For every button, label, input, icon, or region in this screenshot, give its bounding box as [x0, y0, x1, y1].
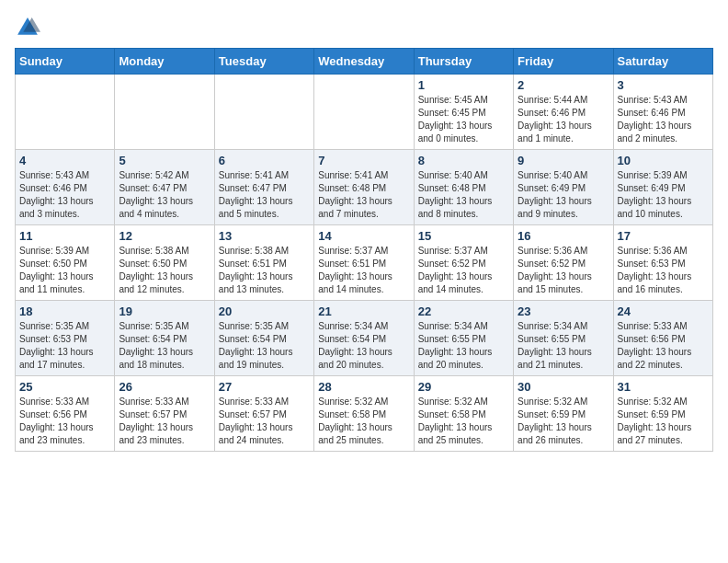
day-number: 21	[318, 304, 409, 318]
calendar-cell: 7Sunrise: 5:41 AM Sunset: 6:48 PM Daylig…	[314, 150, 414, 225]
day-number: 1	[418, 78, 509, 92]
calendar-cell: 1Sunrise: 5:45 AM Sunset: 6:45 PM Daylig…	[414, 75, 513, 150]
weekday-header: Wednesday	[314, 49, 414, 75]
day-info: Sunrise: 5:33 AM Sunset: 6:57 PM Dayligh…	[119, 396, 210, 447]
day-info: Sunrise: 5:39 AM Sunset: 6:49 PM Dayligh…	[618, 169, 709, 221]
calendar-cell: 16Sunrise: 5:36 AM Sunset: 6:52 PM Dayli…	[514, 225, 613, 301]
day-number: 23	[518, 304, 609, 318]
day-number: 18	[19, 304, 110, 318]
calendar-cell: 8Sunrise: 5:40 AM Sunset: 6:48 PM Daylig…	[414, 150, 513, 225]
day-number: 9	[518, 154, 609, 167]
day-number: 25	[19, 380, 110, 394]
day-info: Sunrise: 5:40 AM Sunset: 6:48 PM Dayligh…	[418, 169, 509, 221]
day-info: Sunrise: 5:40 AM Sunset: 6:49 PM Dayligh…	[518, 169, 609, 221]
day-info: Sunrise: 5:33 AM Sunset: 6:57 PM Dayligh…	[219, 396, 310, 447]
calendar-cell: 24Sunrise: 5:33 AM Sunset: 6:56 PM Dayli…	[613, 301, 712, 376]
calendar-week-row: 4Sunrise: 5:43 AM Sunset: 6:46 PM Daylig…	[16, 150, 713, 225]
day-number: 31	[618, 380, 709, 394]
calendar-cell: 18Sunrise: 5:35 AM Sunset: 6:53 PM Dayli…	[16, 301, 115, 376]
day-number: 29	[418, 380, 509, 394]
day-info: Sunrise: 5:41 AM Sunset: 6:47 PM Dayligh…	[219, 169, 310, 221]
day-info: Sunrise: 5:38 AM Sunset: 6:51 PM Dayligh…	[219, 245, 310, 296]
calendar-cell: 6Sunrise: 5:41 AM Sunset: 6:47 PM Daylig…	[214, 150, 313, 225]
calendar-cell: 11Sunrise: 5:39 AM Sunset: 6:50 PM Dayli…	[16, 225, 115, 301]
calendar-cell: 31Sunrise: 5:32 AM Sunset: 6:59 PM Dayli…	[613, 376, 712, 452]
day-number: 6	[219, 154, 310, 167]
weekday-header: Thursday	[414, 49, 513, 75]
day-info: Sunrise: 5:34 AM Sunset: 6:55 PM Dayligh…	[518, 320, 609, 372]
day-number: 22	[418, 304, 509, 318]
calendar-cell: 4Sunrise: 5:43 AM Sunset: 6:46 PM Daylig…	[16, 150, 115, 225]
calendar-cell: 29Sunrise: 5:32 AM Sunset: 6:58 PM Dayli…	[414, 376, 513, 452]
day-info: Sunrise: 5:35 AM Sunset: 6:54 PM Dayligh…	[119, 320, 210, 372]
day-info: Sunrise: 5:42 AM Sunset: 6:47 PM Dayligh…	[119, 169, 210, 221]
day-info: Sunrise: 5:37 AM Sunset: 6:51 PM Dayligh…	[318, 245, 409, 296]
day-number: 19	[119, 304, 210, 318]
weekday-header: Saturday	[613, 49, 712, 75]
day-info: Sunrise: 5:32 AM Sunset: 6:58 PM Dayligh…	[318, 396, 409, 447]
page-header	[15, 15, 713, 40]
day-number: 28	[318, 380, 409, 394]
day-info: Sunrise: 5:41 AM Sunset: 6:48 PM Dayligh…	[318, 169, 409, 221]
day-number: 4	[19, 154, 110, 167]
day-number: 11	[19, 229, 110, 243]
calendar-cell	[16, 75, 115, 150]
day-number: 2	[518, 78, 609, 92]
day-info: Sunrise: 5:39 AM Sunset: 6:50 PM Dayligh…	[19, 245, 110, 296]
day-number: 5	[119, 154, 210, 167]
day-number: 20	[219, 304, 310, 318]
day-info: Sunrise: 5:44 AM Sunset: 6:46 PM Dayligh…	[518, 94, 609, 145]
calendar-cell: 20Sunrise: 5:35 AM Sunset: 6:54 PM Dayli…	[214, 301, 313, 376]
day-info: Sunrise: 5:35 AM Sunset: 6:54 PM Dayligh…	[219, 320, 310, 372]
day-number: 13	[219, 229, 310, 243]
day-number: 10	[618, 154, 709, 167]
calendar-cell: 15Sunrise: 5:37 AM Sunset: 6:52 PM Dayli…	[414, 225, 513, 301]
calendar-header-row: SundayMondayTuesdayWednesdayThursdayFrid…	[16, 49, 713, 75]
calendar-cell: 3Sunrise: 5:43 AM Sunset: 6:46 PM Daylig…	[613, 75, 712, 150]
calendar-cell: 23Sunrise: 5:34 AM Sunset: 6:55 PM Dayli…	[514, 301, 613, 376]
calendar-cell: 2Sunrise: 5:44 AM Sunset: 6:46 PM Daylig…	[514, 75, 613, 150]
weekday-header: Friday	[514, 49, 613, 75]
weekday-header: Monday	[115, 49, 214, 75]
calendar-week-row: 18Sunrise: 5:35 AM Sunset: 6:53 PM Dayli…	[16, 301, 713, 376]
day-info: Sunrise: 5:34 AM Sunset: 6:54 PM Dayligh…	[318, 320, 409, 372]
calendar-cell: 30Sunrise: 5:32 AM Sunset: 6:59 PM Dayli…	[514, 376, 613, 452]
day-info: Sunrise: 5:32 AM Sunset: 6:59 PM Dayligh…	[518, 396, 609, 447]
day-number: 8	[418, 154, 509, 167]
day-number: 15	[418, 229, 509, 243]
day-number: 7	[318, 154, 409, 167]
logo-icon	[15, 15, 40, 40]
weekday-header: Sunday	[16, 49, 115, 75]
day-number: 24	[618, 304, 709, 318]
day-info: Sunrise: 5:36 AM Sunset: 6:52 PM Dayligh…	[518, 245, 609, 296]
day-number: 12	[119, 229, 210, 243]
day-number: 17	[618, 229, 709, 243]
calendar-cell: 14Sunrise: 5:37 AM Sunset: 6:51 PM Dayli…	[314, 225, 414, 301]
day-info: Sunrise: 5:32 AM Sunset: 6:59 PM Dayligh…	[618, 396, 709, 447]
calendar-cell: 27Sunrise: 5:33 AM Sunset: 6:57 PM Dayli…	[214, 376, 313, 452]
day-number: 14	[318, 229, 409, 243]
day-info: Sunrise: 5:45 AM Sunset: 6:45 PM Dayligh…	[418, 94, 509, 145]
day-info: Sunrise: 5:37 AM Sunset: 6:52 PM Dayligh…	[418, 245, 509, 296]
calendar-week-row: 1Sunrise: 5:45 AM Sunset: 6:45 PM Daylig…	[16, 75, 713, 150]
day-info: Sunrise: 5:36 AM Sunset: 6:53 PM Dayligh…	[618, 245, 709, 296]
logo	[15, 15, 44, 40]
day-info: Sunrise: 5:34 AM Sunset: 6:55 PM Dayligh…	[418, 320, 509, 372]
day-number: 30	[518, 380, 609, 394]
day-info: Sunrise: 5:38 AM Sunset: 6:50 PM Dayligh…	[119, 245, 210, 296]
calendar-cell: 22Sunrise: 5:34 AM Sunset: 6:55 PM Dayli…	[414, 301, 513, 376]
day-info: Sunrise: 5:43 AM Sunset: 6:46 PM Dayligh…	[618, 94, 709, 145]
calendar-cell	[115, 75, 214, 150]
calendar-cell	[314, 75, 414, 150]
calendar-cell: 12Sunrise: 5:38 AM Sunset: 6:50 PM Dayli…	[115, 225, 214, 301]
calendar-cell: 28Sunrise: 5:32 AM Sunset: 6:58 PM Dayli…	[314, 376, 414, 452]
calendar-cell: 10Sunrise: 5:39 AM Sunset: 6:49 PM Dayli…	[613, 150, 712, 225]
day-info: Sunrise: 5:33 AM Sunset: 6:56 PM Dayligh…	[618, 320, 709, 372]
calendar-week-row: 25Sunrise: 5:33 AM Sunset: 6:56 PM Dayli…	[16, 376, 713, 452]
day-info: Sunrise: 5:32 AM Sunset: 6:58 PM Dayligh…	[418, 396, 509, 447]
calendar-cell: 19Sunrise: 5:35 AM Sunset: 6:54 PM Dayli…	[115, 301, 214, 376]
calendar-cell: 25Sunrise: 5:33 AM Sunset: 6:56 PM Dayli…	[16, 376, 115, 452]
calendar-cell: 5Sunrise: 5:42 AM Sunset: 6:47 PM Daylig…	[115, 150, 214, 225]
calendar-cell: 26Sunrise: 5:33 AM Sunset: 6:57 PM Dayli…	[115, 376, 214, 452]
day-info: Sunrise: 5:35 AM Sunset: 6:53 PM Dayligh…	[19, 320, 110, 372]
